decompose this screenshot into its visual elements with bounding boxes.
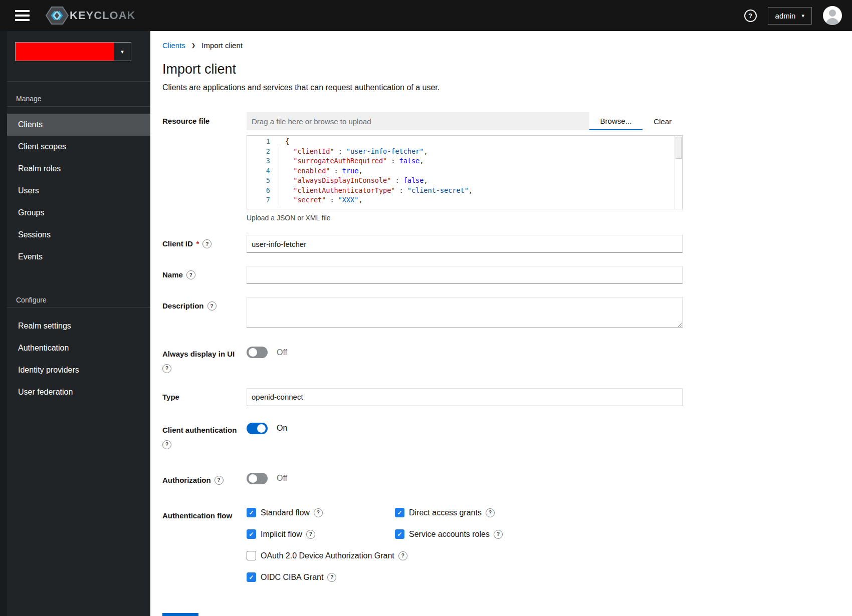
checkbox-oidc-ciba-grant[interactable]: ✓OIDC CIBA Grant?	[247, 572, 683, 582]
checkbox-oauth-2-0-device-authorization-grant[interactable]: OAuth 2.0 Device Authorization Grant?	[247, 551, 683, 560]
nav-group-title: Manage	[0, 82, 150, 106]
always-display-toggle[interactable]	[247, 347, 268, 358]
checkbox-standard-flow[interactable]: ✓Standard flow?	[247, 508, 395, 517]
name-row: Name ?	[162, 266, 840, 284]
sidebar-item-events[interactable]: Events	[0, 246, 150, 268]
field-label-authorization: Authorization ?	[162, 471, 247, 485]
help-icon[interactable]: ?	[202, 239, 211, 248]
help-icon[interactable]: ?	[162, 364, 171, 373]
breadcrumb-separator-icon: ❯	[191, 43, 195, 48]
field-label-auth-flow: Authentication flow	[162, 507, 247, 521]
checkbox-direct-access-grants[interactable]: ✓Direct access grants?	[395, 508, 683, 517]
sidebar: ▾ ManageClientsClient scopesRealm rolesU…	[0, 31, 150, 616]
checkbox-checked-icon[interactable]: ✓	[247, 529, 256, 539]
code-text: "surrogateAuthRequired" : false,	[279, 156, 423, 166]
sidebar-item-client-scopes[interactable]: Client scopes	[0, 136, 150, 158]
scrollbar-thumb[interactable]	[676, 137, 682, 159]
field-label-name: Name ?	[162, 266, 247, 280]
always-display-row: Always display in UI ? Off	[162, 345, 840, 373]
caret-down-icon: ▾	[114, 43, 131, 61]
resource-file-row: Resource file Drag a file here or browse…	[162, 112, 840, 222]
checkbox-checked-icon[interactable]: ✓	[247, 572, 256, 582]
line-number: 7	[247, 195, 279, 205]
code-line: 6 "clientAuthenticatorType" : "client-se…	[247, 186, 682, 196]
indent-guide	[279, 147, 279, 206]
help-icon[interactable]: ?	[398, 551, 407, 560]
client-auth-toggle[interactable]	[247, 423, 268, 434]
code-line: 2 "clientId" : "user-info-fetcher",	[247, 147, 682, 157]
nav-group-manage: ManageClientsClient scopesRealm rolesUse…	[0, 82, 150, 268]
avatar[interactable]	[823, 6, 842, 25]
code-line: 3 "surrogateAuthRequired" : false,	[247, 156, 682, 166]
help-icon[interactable]: ?	[215, 476, 224, 485]
sidebar-item-identity-providers[interactable]: Identity providers	[0, 359, 150, 381]
resource-file-field: Drag a file here or browse to upload Bro…	[247, 112, 683, 222]
checkbox-checked-icon[interactable]: ✓	[247, 508, 256, 517]
keycloak-logo-icon	[46, 6, 69, 26]
always-display-state: Off	[277, 348, 287, 357]
sidebar-item-groups[interactable]: Groups	[0, 202, 150, 224]
help-icon[interactable]: ?	[186, 270, 195, 279]
user-menu-button[interactable]: admin ▾	[768, 7, 812, 25]
field-label-client-auth: Client authentication ?	[162, 421, 247, 449]
file-upload-bar: Drag a file here or browse to upload Bro…	[247, 112, 683, 130]
main-content: Clients ❯ Import client Import client Cl…	[150, 31, 852, 616]
checkbox-checked-icon[interactable]: ✓	[395, 529, 404, 539]
checkbox-label: OAuth 2.0 Device Authorization Grant	[261, 551, 394, 560]
clear-button[interactable]: Clear	[643, 112, 683, 130]
required-asterisk: *	[196, 240, 199, 248]
realm-selector-section: ▾	[0, 31, 150, 82]
checkbox-unchecked[interactable]	[247, 551, 256, 560]
authorization-row: Authorization ? Off	[162, 471, 840, 485]
line-number: 5	[247, 176, 279, 186]
upload-helper-text: Upload a JSON or XML file	[247, 214, 683, 222]
line-number: 6	[247, 186, 279, 196]
breadcrumb-link-clients[interactable]: Clients	[162, 41, 185, 50]
realm-selector[interactable]: ▾	[15, 42, 131, 61]
field-label-type: Type	[162, 388, 247, 402]
checkbox-checked-icon[interactable]: ✓	[395, 508, 404, 517]
checkbox-implicit-flow[interactable]: ✓Implicit flow?	[247, 529, 395, 539]
help-icon[interactable]: ?	[314, 508, 323, 517]
checkbox-label: Standard flow	[261, 508, 310, 517]
breadcrumb: Clients ❯ Import client	[162, 41, 840, 50]
help-icon[interactable]: ?	[327, 573, 336, 582]
help-icon[interactable]: ?	[306, 530, 315, 539]
sidebar-item-authentication[interactable]: Authentication	[0, 337, 150, 359]
breadcrumb-current: Import client	[201, 41, 243, 50]
sidebar-item-user-federation[interactable]: User federation	[0, 381, 150, 403]
line-number: 3	[247, 156, 279, 166]
sidebar-item-sessions[interactable]: Sessions	[0, 224, 150, 246]
sidebar-item-users[interactable]: Users	[0, 180, 150, 202]
client-id-row: Client ID * ?	[162, 235, 840, 253]
code-editor[interactable]: 1{2 "clientId" : "user-info-fetcher",3 "…	[247, 135, 683, 209]
name-input[interactable]	[247, 266, 683, 284]
sidebar-item-realm-roles[interactable]: Realm roles	[0, 158, 150, 180]
line-number: 1	[247, 137, 279, 147]
editor-scrollbar[interactable]	[675, 136, 682, 209]
help-icon[interactable]: ?	[486, 508, 495, 517]
help-icon[interactable]: ?	[207, 301, 217, 311]
authorization-state: Off	[277, 474, 287, 483]
sidebar-item-clients[interactable]: Clients	[0, 114, 150, 136]
hamburger-menu-icon[interactable]	[13, 8, 32, 23]
authorization-toggle[interactable]	[247, 473, 268, 484]
file-upload-dropzone[interactable]: Drag a file here or browse to upload	[247, 112, 589, 130]
description-textarea[interactable]	[247, 297, 683, 328]
sidebar-item-realm-settings[interactable]: Realm settings	[0, 315, 150, 337]
help-icon[interactable]: ?	[744, 10, 757, 22]
help-icon[interactable]: ?	[162, 440, 171, 449]
code-text: "enabled" : true,	[279, 166, 362, 176]
help-icon[interactable]: ?	[494, 530, 503, 539]
line-number: 2	[247, 147, 279, 157]
auth-flow-options: ✓Standard flow?✓Direct access grants?✓Im…	[247, 507, 683, 582]
browse-button[interactable]: Browse...	[589, 112, 643, 130]
save-button[interactable]: Save	[162, 613, 198, 616]
checkbox-service-accounts-roles[interactable]: ✓Service accounts roles?	[395, 529, 683, 539]
brand-text: KEYCLOAK	[70, 9, 135, 22]
client-id-input[interactable]	[247, 235, 683, 253]
field-label-always-display: Always display in UI ?	[162, 345, 247, 373]
field-label-client-id: Client ID * ?	[162, 235, 247, 249]
code-text: "secret" : "XXX",	[279, 195, 362, 205]
type-input[interactable]	[247, 388, 683, 406]
